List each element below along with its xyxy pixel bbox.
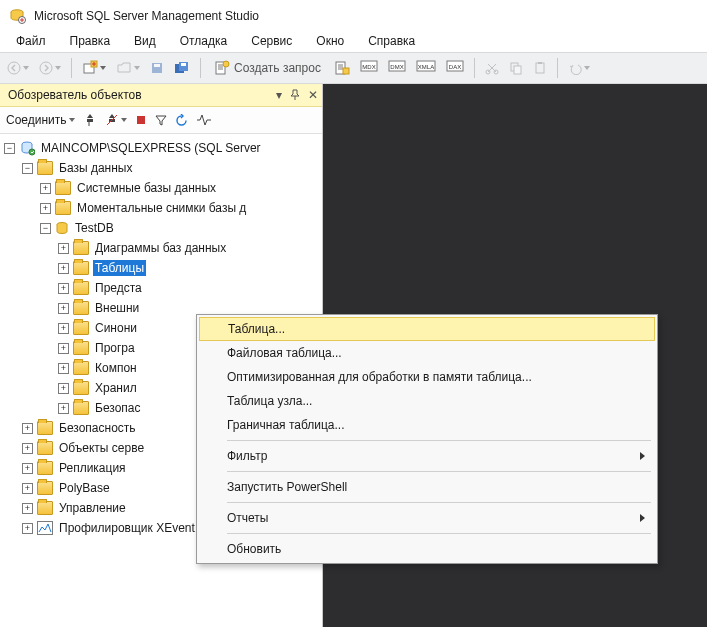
expand-icon[interactable]: + [58, 323, 69, 334]
menu-file[interactable]: Файл [4, 32, 58, 50]
folder-icon [37, 441, 53, 455]
de-query-button[interactable] [331, 57, 353, 79]
paste-button[interactable] [530, 57, 550, 79]
menu-debug[interactable]: Отладка [168, 32, 239, 50]
copy-button[interactable] [506, 57, 526, 79]
activity-icon[interactable] [196, 114, 212, 126]
filter-icon[interactable] [155, 114, 167, 126]
tree-node-system-databases[interactable]: + Системные базы данных [0, 178, 322, 198]
tree-node-views[interactable]: + Предста [0, 278, 322, 298]
menu-tools[interactable]: Сервис [239, 32, 304, 50]
menu-edit[interactable]: Правка [58, 32, 123, 50]
svg-point-3 [40, 62, 52, 74]
folder-icon [37, 161, 53, 175]
expand-icon[interactable]: + [58, 303, 69, 314]
expand-icon[interactable]: + [40, 183, 51, 194]
svg-point-31 [29, 149, 35, 155]
svg-point-2 [8, 62, 20, 74]
tree-node-server[interactable]: − MAINCOMP\SQLEXPRESS (SQL Server [0, 138, 322, 158]
new-query-button[interactable]: Создать запрос [208, 57, 327, 79]
connect-server-icon[interactable] [83, 113, 97, 127]
panel-menu-icon[interactable]: ▾ [276, 88, 282, 102]
toolbar-separator [474, 58, 475, 78]
expand-icon[interactable]: + [40, 203, 51, 214]
xevent-icon [37, 521, 53, 535]
folder-icon [73, 361, 89, 375]
dax-query-icon[interactable]: DAX [443, 57, 467, 79]
ssms-app-icon [8, 7, 26, 25]
collapse-icon[interactable]: − [22, 163, 33, 174]
nav-forward-button[interactable] [36, 57, 64, 79]
collapse-icon[interactable]: − [40, 223, 51, 234]
menu-item-filter[interactable]: Фильтр [199, 444, 655, 468]
menu-bar: Файл Правка Вид Отладка Сервис Окно Спра… [0, 30, 707, 52]
menu-item-reports[interactable]: Отчеты [199, 506, 655, 530]
pin-icon[interactable] [290, 89, 300, 101]
menu-window[interactable]: Окно [304, 32, 356, 50]
menu-item-file-table[interactable]: Файловая таблица... [199, 341, 655, 365]
expand-icon[interactable]: + [58, 363, 69, 374]
database-icon [55, 221, 69, 235]
save-button[interactable] [147, 57, 167, 79]
folder-icon [73, 321, 89, 335]
expand-icon[interactable]: + [22, 503, 33, 514]
tree-node-snapshots[interactable]: + Моментальные снимки базы д [0, 198, 322, 218]
xmla-query-icon[interactable]: XMLA [413, 57, 439, 79]
menu-item-node-table[interactable]: Таблица узла... [199, 389, 655, 413]
menu-item-refresh[interactable]: Обновить [199, 537, 655, 561]
server-icon [19, 140, 35, 156]
nav-back-button[interactable] [4, 57, 32, 79]
expand-icon[interactable]: + [58, 243, 69, 254]
tree-node-testdb[interactable]: − TestDB [0, 218, 322, 238]
refresh-icon[interactable] [175, 114, 188, 127]
tree-label: PolyBase [57, 480, 112, 496]
submenu-arrow-icon [640, 452, 645, 460]
dmx-query-icon[interactable]: DMX [385, 57, 409, 79]
open-file-button[interactable] [113, 57, 143, 79]
collapse-icon[interactable]: − [4, 143, 15, 154]
expand-icon[interactable]: + [58, 383, 69, 394]
svg-rect-10 [181, 63, 186, 66]
menu-view[interactable]: Вид [122, 32, 168, 50]
undo-button[interactable] [565, 57, 593, 79]
menu-item-memory-table[interactable]: Оптимизированная для обработки в памяти … [199, 365, 655, 389]
tree-node-databases[interactable]: − Базы данных [0, 158, 322, 178]
svg-text:MDX: MDX [362, 64, 375, 70]
save-all-button[interactable] [171, 57, 193, 79]
expand-icon[interactable]: + [58, 263, 69, 274]
new-query-icon [214, 60, 230, 76]
menu-item-new-table[interactable]: Таблица... [199, 317, 655, 341]
disconnect-icon[interactable] [105, 113, 127, 127]
toolbar-separator [557, 58, 558, 78]
folder-icon [73, 401, 89, 415]
tree-label: Системные базы данных [75, 180, 218, 196]
tree-label: Объекты серве [57, 440, 146, 456]
menu-item-label: Таблица узла... [227, 394, 312, 408]
tree-label: Хранил [93, 380, 139, 396]
expand-icon[interactable]: + [22, 463, 33, 474]
menu-item-label: Файловая таблица... [227, 346, 342, 360]
connect-button[interactable]: Соединить [6, 113, 75, 127]
expand-icon[interactable]: + [22, 423, 33, 434]
svg-rect-29 [137, 116, 145, 124]
tree-label: Компон [93, 360, 139, 376]
chevron-down-icon [121, 118, 127, 122]
expand-icon[interactable]: + [58, 403, 69, 414]
stop-icon[interactable] [135, 114, 147, 126]
close-icon[interactable]: ✕ [308, 88, 318, 102]
expand-icon[interactable]: + [58, 343, 69, 354]
svg-rect-7 [154, 64, 160, 67]
tree-node-tables[interactable]: + Таблицы [0, 258, 322, 278]
new-project-button[interactable] [79, 57, 109, 79]
mdx-query-icon[interactable]: MDX [357, 57, 381, 79]
tree-node-diagrams[interactable]: + Диаграммы баз данных [0, 238, 322, 258]
tree-label: MAINCOMP\SQLEXPRESS (SQL Server [39, 140, 263, 156]
expand-icon[interactable]: + [22, 443, 33, 454]
cut-button[interactable] [482, 57, 502, 79]
expand-icon[interactable]: + [22, 523, 33, 534]
expand-icon[interactable]: + [58, 283, 69, 294]
menu-help[interactable]: Справка [356, 32, 427, 50]
menu-item-edge-table[interactable]: Граничная таблица... [199, 413, 655, 437]
expand-icon[interactable]: + [22, 483, 33, 494]
menu-item-powershell[interactable]: Запустить PowerShell [199, 475, 655, 499]
